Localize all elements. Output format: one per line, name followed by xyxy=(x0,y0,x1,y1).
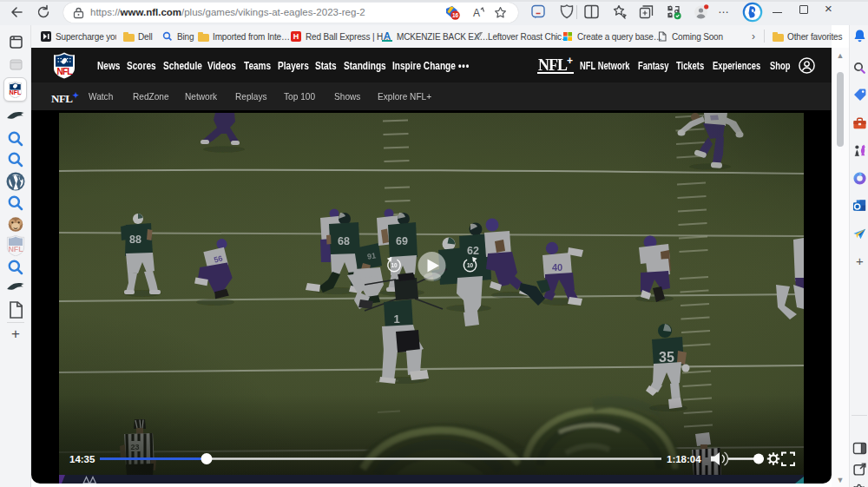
svg-text:NFL: NFL xyxy=(8,245,23,253)
svg-text:A: A xyxy=(473,7,480,19)
svg-text:14:35: 14:35 xyxy=(69,454,95,464)
svg-text:16: 16 xyxy=(452,12,459,18)
svg-text:NFL: NFL xyxy=(56,67,72,76)
svg-text:NFL: NFL xyxy=(10,89,21,95)
svg-text:10: 10 xyxy=(467,262,474,268)
svg-text:1:18:04: 1:18:04 xyxy=(667,454,701,464)
svg-text:10: 10 xyxy=(391,262,398,268)
